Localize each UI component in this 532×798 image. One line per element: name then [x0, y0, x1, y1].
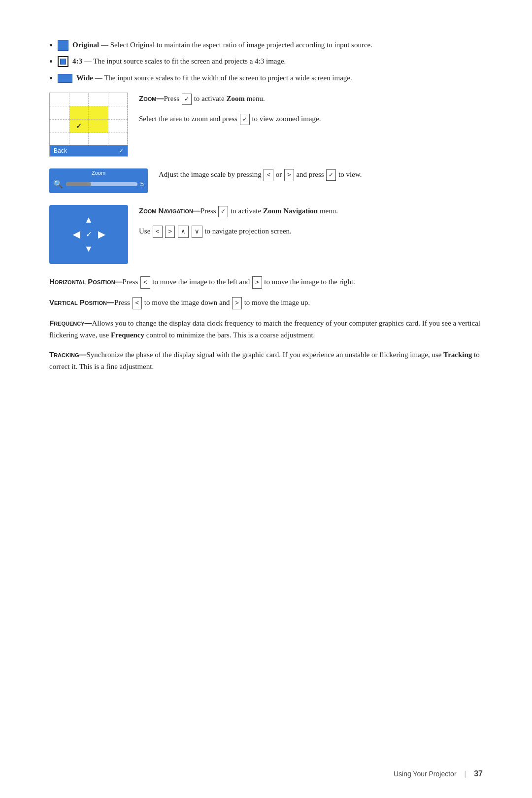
zoom-slider-inner: 🔍 5	[53, 179, 144, 189]
original-icon	[58, 40, 68, 51]
grid-cell-yellow	[89, 106, 108, 120]
bullet-list: • Original — Select Original to maintain…	[49, 39, 483, 84]
horiz-left-btn: <	[140, 276, 150, 289]
zoom-slider-box: Zoom 🔍 5	[49, 168, 148, 193]
grid-cell-yellow	[69, 106, 89, 120]
zoom-grid-footer: Back ✓	[50, 145, 128, 156]
nav-right-arrow: ▶	[98, 229, 105, 240]
zoom-nav-heading: Zoom Navigation—	[139, 206, 200, 215]
check-label: ✓	[119, 147, 124, 154]
vert-left-btn: <	[133, 297, 142, 309]
tracking-paragraph: Tracking—Synchronize the phase of the di…	[49, 349, 483, 372]
original-text: Original — Select Original to maintain t…	[72, 39, 483, 51]
grid-cell	[89, 133, 108, 146]
grid-cell	[50, 133, 69, 146]
frequency-heading: Frequency—	[49, 319, 92, 327]
bullet-dot-2: •	[49, 57, 53, 66]
zoom-slider-description: Adjust the image scale by pressing < or …	[159, 168, 483, 189]
right-arrow-icon: >	[284, 169, 294, 181]
vert-right-btn: >	[232, 297, 242, 309]
zoom-slider-label: Zoom	[49, 170, 148, 176]
frequency-paragraph: Frequency—Allows you to change the displ…	[49, 317, 483, 341]
zoom-slider-image: Zoom 🔍 5	[49, 168, 148, 193]
nav-row-bottom: ▼	[84, 244, 93, 254]
zoom-nav-image: ▲ ◀ ✓ ▶ ▼	[49, 205, 128, 264]
tracking-bold: Tracking	[443, 351, 472, 359]
zoom-nav-bold: Zoom Navigation	[263, 207, 318, 215]
grid-cell	[50, 120, 69, 133]
footer-separator: |	[465, 770, 466, 778]
nav-down-btn: ∨	[192, 226, 202, 238]
vertical-position-paragraph: Vertical Position—Press < to move the im…	[49, 297, 483, 309]
zoom-slider-section: Zoom 🔍 5 Adjust the image scale by press…	[49, 168, 483, 193]
zoom-slider-text: Adjust the image scale by pressing < or …	[159, 168, 483, 181]
footer-label: Using Your Projector	[394, 770, 457, 778]
nav-check-icon: ✓	[86, 230, 92, 239]
zoom-nav-section: ▲ ◀ ✓ ▶ ▼ Zoom Navigation—Press ✓ to act…	[49, 205, 483, 264]
zoom-grid-image: ✓ Back ✓	[49, 93, 128, 157]
zoom-heading: Zoom—	[139, 94, 164, 102]
left-arrow-icon: <	[264, 169, 273, 181]
vertical-position-heading: Vertical Position—	[49, 298, 114, 306]
grid-cell	[69, 133, 89, 146]
bullet-dot-3: •	[49, 73, 53, 83]
grid-cell	[108, 93, 128, 106]
nav-up-arrow: ▲	[84, 215, 93, 225]
wide-icon	[58, 74, 72, 83]
back-label: Back	[54, 147, 67, 154]
zoom-nav-text-1: Zoom Navigation—Press ✓ to activate Zoom…	[139, 205, 483, 217]
footer-page-number: 37	[474, 769, 483, 778]
zoom-nav-text-2: Use < > ∧ ∨ to navigate projection scree…	[139, 225, 483, 238]
bullet-dot: •	[49, 40, 53, 50]
grid-cell-yellow	[89, 120, 108, 133]
grid-cell	[89, 93, 108, 106]
zoom-bold: Zoom	[226, 95, 245, 102]
horizontal-position-paragraph: Horizontal Position—Press < to move the …	[49, 276, 483, 289]
list-item-original: • Original — Select Original to maintain…	[49, 39, 483, 51]
zoom-description: Zoom—Press ✓ to activate Zoom menu. Sele…	[139, 93, 483, 133]
43-text: 4:3 — The input source scales to fit the…	[72, 56, 483, 67]
list-item-wide: • Wide — The input source scales to fit …	[49, 72, 483, 84]
zoom-text-1: Zoom—Press ✓ to activate Zoom menu.	[139, 93, 483, 105]
check-icon-4: ✓	[218, 206, 228, 217]
zoom-nav-description: Zoom Navigation—Press ✓ to activate Zoom…	[139, 205, 483, 246]
zoom-track-fill	[66, 182, 91, 186]
check-icon-2: ✓	[240, 114, 250, 125]
nav-left-arrow: ◀	[73, 229, 80, 240]
horizontal-position-heading: Horizontal Position—	[49, 277, 123, 286]
grid-cell	[108, 133, 128, 146]
nav-right-btn: >	[165, 226, 175, 238]
zoom-text-2: Select the area to zoom and press ✓ to v…	[139, 113, 483, 125]
43-icon	[58, 56, 68, 67]
grid-cell	[69, 93, 89, 106]
nav-left-btn: <	[153, 226, 163, 238]
check-icon-1: ✓	[182, 94, 192, 105]
zoom-track	[66, 182, 137, 186]
nav-down-arrow: ▼	[84, 244, 93, 254]
list-item-43: • 4:3 — The input source scales to fit t…	[49, 56, 483, 67]
check-icon-3: ✓	[326, 169, 336, 181]
page-footer: Using Your Projector | 37	[394, 769, 483, 778]
nav-row-top: ▲	[84, 215, 93, 225]
grid-cell	[50, 93, 69, 106]
page-content: • Original — Select Original to maintain…	[0, 0, 532, 420]
grid-cell	[108, 120, 128, 133]
wide-text: Wide — The input source scales to fit th…	[76, 72, 483, 84]
zoom-nav-box: ▲ ◀ ✓ ▶ ▼	[49, 205, 128, 264]
grid-cell	[108, 106, 128, 120]
frequency-bold: Frequency	[111, 331, 144, 339]
horiz-right-btn: >	[252, 276, 262, 289]
tracking-heading: Tracking—	[49, 350, 87, 359]
grid-cell-check: ✓	[69, 120, 89, 133]
grid-cell	[50, 106, 69, 120]
magnifier-icon: 🔍	[53, 179, 63, 189]
zoom-section: ✓ Back ✓ Zoom—Press ✓	[49, 93, 483, 157]
nav-up-btn: ∧	[178, 226, 189, 238]
zoom-number: 5	[140, 180, 144, 188]
nav-row-middle: ◀ ✓ ▶	[73, 229, 105, 240]
